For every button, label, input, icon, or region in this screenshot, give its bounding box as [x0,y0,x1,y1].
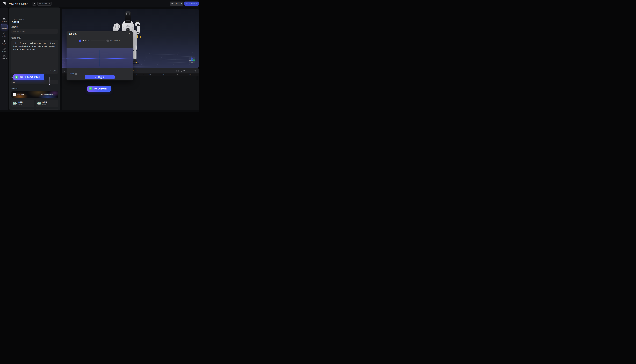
file-unsaved-status[interactable]: 文件未保存 [37,2,52,6]
name-field-label: 编辑名称 [12,26,18,28]
timeline-zoom-slider[interactable] [184,71,193,71]
voice-content-text: 大家好，我是灵犀X2，很高兴认识大家，大家好，我是灵犀X2，很高兴认识大家，大家… [13,42,55,50]
app-root: A1机器人动作-我的项目1 文件未保存 合成并保存 [0,0,199,112]
gizmo-neg-z-dot[interactable] [191,62,193,63]
back-arrow-icon: ← [12,19,13,20]
start-record-button[interactable]: ▶ 开始录制 [85,75,115,79]
ruler-tick-mark [170,74,170,75]
voice-card[interactable]: 稚晖君 普通话 [36,100,58,107]
tooltip2-connector-vertical [101,79,101,86]
zoom-in-icon[interactable] [194,70,196,72]
guide-tooltip-1[interactable]: 1 点击【生成你的专属音色】 [13,74,44,80]
sparkles-icon [3,25,6,28]
cloud-icon [39,3,41,5]
task-clock-icon [3,54,6,57]
step-confirm-text: 2 确认对应文本 [107,40,120,42]
voice-language: 普通话 [42,104,47,106]
guide-tooltip-2[interactable]: 2 点击【开始录制】 [87,86,111,92]
voice-field-label: 选择音色 [12,88,18,90]
start-record-label: 开始录制 [97,76,104,78]
desc-field-label: 描述配音内容 [12,37,21,39]
ruler-tick: 12S [162,74,165,75]
sidebar-item-label: 动作库 [0,43,8,45]
sidebar-item-label: 表情库 [0,35,8,37]
voice-card[interactable] [12,109,34,110]
back-to-audio-arrange-link[interactable]: ← 返回音频编排 [12,18,24,21]
top-bar: A1机器人动作-我的项目1 文件未保存 合成并保存 [0,0,199,7]
modal-title: 音色克隆 [69,33,77,35]
synthesize-voice-panel: ← 返回音频编排 合成语音 编辑名称 描述配音内容 大家好，我是灵犀X2，很高兴… [10,8,60,110]
arrow-right-icon: → [54,94,56,96]
tracks-vertical-scrollbar[interactable] [197,76,197,80]
clapperboard-icon [3,18,6,20]
ruler-tick: 14S [176,74,178,75]
trash-icon[interactable] [63,70,65,72]
gizmo-y-label: Y [192,60,192,61]
voice-name: 稚晖君 [18,101,23,104]
tooltip1-connector-horizontal [44,77,49,77]
ruler-tick-mark [184,74,184,75]
voice-clone-banner[interactable]: ♪ 音色克隆 生成你的专属音色 → [12,91,58,98]
voice-language: 普通话 [18,104,23,106]
step-label: 录制音频 [83,40,89,42]
deploy-to-device-button[interactable]: 下发到设备 [184,2,199,6]
sidebar-item-motion-lib[interactable]: 动作库 [0,40,8,45]
waveform-area[interactable] [67,48,133,68]
play-icon: ▶ [76,73,77,74]
timeline-tracks-area[interactable] [62,76,199,110]
voice-clone-title: 音色克隆 [17,94,24,96]
robot-download-icon [186,2,188,4]
guide-step-number: 2 [89,87,92,90]
back-label: 返回音频编排 [14,18,24,21]
pencil-icon [33,3,35,4]
guide-step-text: 点击【开始录制】 [94,88,108,90]
current-time: 00:00 [70,73,74,75]
preview-play-button[interactable]: ▶ [75,73,77,75]
sidebar-item-audio-lib[interactable]: 音频库 [0,47,8,52]
sidebar-item-my-tasks[interactable]: 我的任务 [0,54,8,60]
voice-clone-modal: 音色克隆 ✕ 1 录制音频 2 确认对应文本 00:00 ▶ ▶ [67,32,133,80]
sidebar-item-audio-arrange[interactable]: 音频编排 [1,24,8,30]
step-label: 确认对应文本 [110,40,120,42]
close-icon[interactable]: ✕ [129,33,131,35]
avatar [13,102,17,105]
text-cursor [37,48,37,50]
sidebar-item-label: 音频编排 [1,28,7,30]
fit-width-icon[interactable] [176,70,179,72]
file-unsaved-label: 文件未保存 [42,2,50,5]
step-number: 2 [107,40,109,42]
modal-steps: 1 录制音频 2 确认对应文本 [67,40,133,42]
voice-content-textarea[interactable]: 大家好，我是灵犀X2，很高兴认识大家，大家好，我是灵犀X2，很高兴认识大家，大家… [12,40,58,74]
playhead-cursor[interactable] [100,50,100,66]
panel-title: 合成语音 [12,21,19,24]
ruler-tick: 10S [149,74,151,75]
guide-step-text: 点击【生成你的专属音色】 [20,76,41,78]
tooltip1-connector-vertical [49,77,50,84]
zoom-slider-handle[interactable] [183,70,185,72]
robot-face-icon [3,32,6,35]
save-icon [171,3,173,4]
ruler-tick: 16S [189,74,192,75]
axis-gizmo[interactable]: Z Y X [189,57,195,64]
project-title: A1机器人动作-我的项目1 [9,2,30,5]
sidebar-item-motion-mimic[interactable]: 动作模仿 [0,18,8,22]
sidebar-item-expression-lib[interactable]: 表情库 [0,32,8,37]
app-logo-icon [3,2,6,5]
ruler-tick-mark [157,74,157,75]
avatar [37,102,41,105]
voice-card[interactable] [36,109,58,110]
save-and-compose-button[interactable]: 合成并保存 [170,2,183,6]
left-nav-rail: 动作模仿 音频编排 表情库 [0,8,8,110]
zoom-out-icon[interactable] [180,70,183,72]
material-name-input[interactable] [12,29,58,34]
voice-clone-subtitle: 生成你的专属音色 [41,94,53,96]
guide-step-number: 1 [15,76,18,79]
sidebar-item-label: 动作模仿 [0,20,8,22]
voice-card[interactable]: 稚晖君 普通话 [12,100,34,107]
save-and-compose-label: 合成并保存 [174,2,182,5]
emotion-select[interactable]: 自 ∨ [12,80,58,84]
gizmo-neg-x-dot[interactable] [189,60,191,61]
sidebar-item-label: 我的任务 [0,58,8,60]
rename-project-button[interactable] [32,2,36,6]
ruler-tick-mark [143,74,143,75]
